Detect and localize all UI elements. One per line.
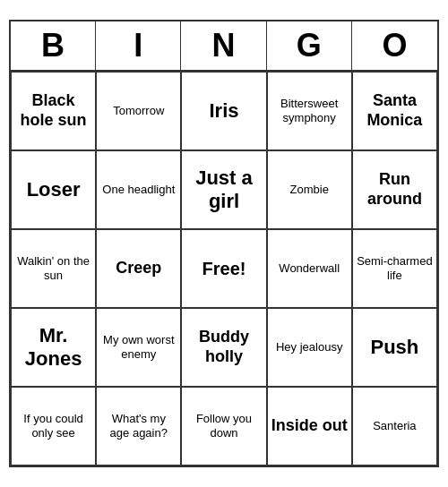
bingo-cell-21: What's my age again?: [96, 387, 181, 466]
header-letter-o: O: [352, 21, 437, 70]
bingo-cell-12: Free!: [181, 229, 266, 308]
bingo-cell-19: Push: [352, 308, 437, 387]
bingo-cell-9: Run around: [352, 150, 437, 229]
bingo-cell-2: Iris: [181, 72, 266, 150]
bingo-cell-15: Mr. Jones: [11, 308, 96, 387]
header-letter-b: B: [11, 21, 96, 70]
bingo-cell-6: One headlight: [96, 150, 181, 229]
bingo-cell-16: My own worst enemy: [96, 308, 181, 387]
bingo-cell-23: Inside out: [267, 387, 352, 466]
bingo-cell-4: Santa Monica: [352, 72, 437, 150]
header-letter-n: N: [181, 21, 266, 70]
bingo-cell-20: If you could only see: [11, 387, 96, 466]
bingo-cell-17: Buddy holly: [181, 308, 266, 387]
header-letter-g: G: [267, 21, 352, 70]
header-letter-i: I: [96, 21, 181, 70]
bingo-cell-1: Tomorrow: [96, 72, 181, 150]
bingo-cell-14: Semi-charmed life: [352, 229, 437, 308]
bingo-cell-8: Zombie: [267, 150, 352, 229]
bingo-cell-7: Just a girl: [181, 150, 266, 229]
bingo-cell-5: Loser: [11, 150, 96, 229]
bingo-cell-24: Santeria: [352, 387, 437, 466]
bingo-cell-22: Follow you down: [181, 387, 266, 466]
bingo-cell-18: Hey jealousy: [267, 308, 352, 387]
bingo-cell-0: Black hole sun: [11, 72, 96, 150]
bingo-grid: Black hole sunTomorrowIrisBittersweet sy…: [11, 72, 437, 466]
bingo-cell-3: Bittersweet symphony: [267, 72, 352, 150]
bingo-card: BINGO Black hole sunTomorrowIrisBittersw…: [9, 20, 439, 467]
bingo-cell-11: Creep: [96, 229, 181, 308]
bingo-cell-10: Walkin' on the sun: [11, 229, 96, 308]
bingo-header: BINGO: [11, 21, 437, 72]
bingo-cell-13: Wonderwall: [267, 229, 352, 308]
